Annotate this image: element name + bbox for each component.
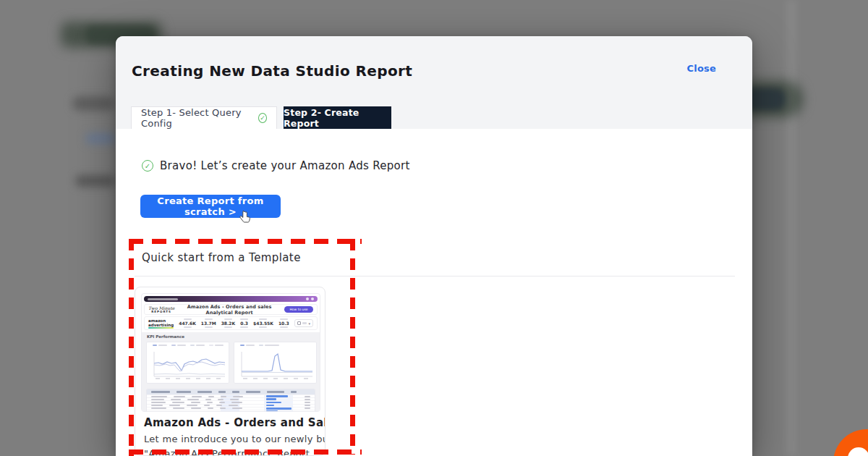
thumbnail-report-header: Two Minute REPORTS Amazon Ads - Orders a… [144, 304, 318, 315]
kpi-performance-label: KPI Performance [147, 334, 184, 339]
blurred-background-edge [786, 0, 797, 456]
chat-widget-button[interactable] [833, 429, 868, 456]
page-background-overlay: Creating New Data Studio Report Close St… [0, 0, 868, 456]
thumbnail-line-chart-right [234, 342, 317, 384]
kpi-total-3: 38.2K [221, 318, 235, 328]
step-1-complete-check-icon: ✓ [258, 113, 267, 123]
blurred-background-text-1 [72, 96, 114, 111]
kpi-total-2: 13.7M [201, 318, 216, 328]
mouse-cursor-icon [239, 210, 252, 224]
annotation-dashed-border-bottom [129, 449, 362, 455]
modal-title: Creating New Data Studio Report [132, 62, 412, 80]
tab-step-1[interactable]: Step 1- Select Query Config ✓ [131, 106, 277, 129]
template-section-heading: Quick start from a Template [142, 251, 301, 264]
create-report-from-scratch-button[interactable]: Create Report from scratch > [140, 195, 281, 218]
thumbnail-report-title: Amazon Ads - Orders and sales Analytical… [174, 304, 284, 316]
close-button[interactable]: Close [687, 63, 716, 74]
thumbnail-line-chart-left [146, 342, 229, 384]
blurred-background-link [85, 133, 116, 144]
thumbnail-browser-bar [144, 296, 318, 302]
calendar-icon [297, 321, 301, 325]
kpi-total-1: 447.6K [179, 318, 196, 328]
thumbnail-report-body: KPI Performance [142, 332, 320, 411]
tab-step-2-label: Step 2- Create Report [284, 107, 391, 129]
annotation-dashed-border-left [129, 239, 134, 456]
chat-widget-icon [848, 447, 868, 456]
annotation-dashed-border-right [350, 239, 355, 455]
tab-step-2[interactable]: Step 2- Create Report [284, 106, 391, 129]
template-thumbnail: Two Minute REPORTS Amazon Ads - Orders a… [141, 293, 320, 412]
section-divider [135, 276, 735, 276]
kpi-total-5: $43.55K [253, 318, 273, 328]
blurred-background-text-2 [75, 175, 115, 187]
success-check-icon: ✓ [142, 160, 153, 172]
amazon-advertising-logo: amazon advertising [148, 318, 174, 329]
two-minute-reports-logo: Two Minute REPORTS [148, 306, 174, 313]
template-card-title: Amazon Ads - Orders and Sal... [144, 416, 326, 429]
kpi-total-4: 0.3 [240, 318, 248, 328]
kpi-total-6: 10.3 [278, 318, 289, 328]
thumbnail-data-table [146, 389, 315, 412]
template-card[interactable]: Two Minute REPORTS Amazon Ads - Orders a… [135, 287, 326, 456]
how-to-use-button: How to use [284, 306, 313, 313]
create-report-modal: Creating New Data Studio Report Close St… [116, 36, 752, 456]
success-message: Bravo! Let’s create your Amazon Ads Repo… [160, 159, 410, 172]
thumbnail-date-picker: ▾ [294, 319, 313, 327]
thumbnail-kpi-row: amazon advertising 447.6K 13.7M 38.2K 0.… [144, 316, 318, 330]
success-message-row: ✓ Bravo! Let’s create your Amazon Ads Re… [142, 159, 410, 172]
annotation-dashed-border-top [129, 239, 362, 244]
modal-header: Creating New Data Studio Report Close St… [116, 36, 752, 129]
tab-step-1-label: Step 1- Select Query Config [141, 107, 252, 129]
